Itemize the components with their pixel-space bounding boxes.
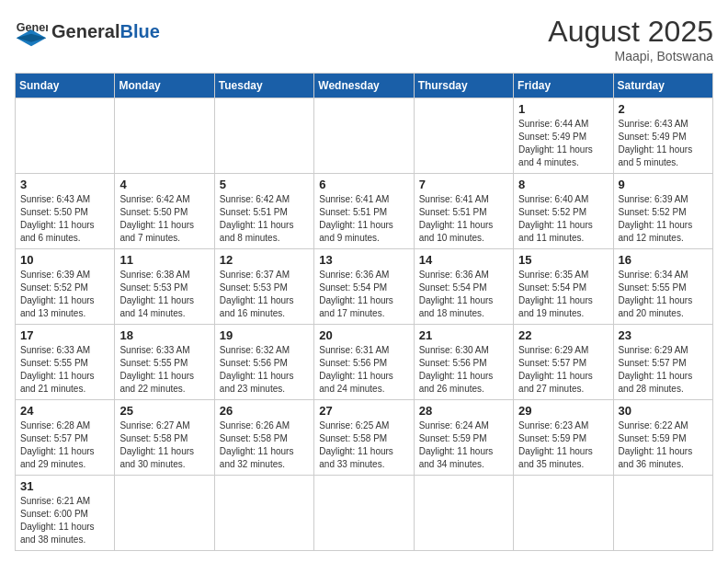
calendar-cell: 6Sunrise: 6:41 AMSunset: 5:51 PMDaylight… — [314, 174, 414, 249]
day-info: Sunrise: 6:41 AMSunset: 5:51 PMDaylight:… — [319, 193, 408, 245]
day-number: 18 — [119, 328, 209, 342]
day-info: Sunrise: 6:40 AMSunset: 5:52 PMDaylight:… — [518, 193, 608, 245]
title-block: August 2025 Maapi, Botswana — [548, 15, 713, 63]
day-info: Sunrise: 6:36 AMSunset: 5:54 PMDaylight:… — [419, 269, 508, 320]
col-friday: Friday — [514, 74, 613, 98]
day-number: 13 — [319, 253, 408, 267]
calendar-cell: 10Sunrise: 6:39 AMSunset: 5:52 PMDayligh… — [16, 249, 115, 325]
day-info: Sunrise: 6:43 AMSunset: 5:49 PMDaylight:… — [619, 118, 708, 169]
day-info: Sunrise: 6:27 AMSunset: 5:58 PMDaylight:… — [119, 419, 209, 471]
day-number: 28 — [419, 404, 508, 418]
day-number: 16 — [619, 253, 708, 267]
calendar-cell: 17Sunrise: 6:33 AMSunset: 5:55 PMDayligh… — [16, 325, 115, 400]
calendar-cell: 7Sunrise: 6:41 AMSunset: 5:51 PMDaylight… — [414, 174, 513, 249]
calendar-cell: 1Sunrise: 6:44 AMSunset: 5:49 PMDaylight… — [514, 98, 613, 174]
col-saturday: Saturday — [613, 74, 712, 98]
day-info: Sunrise: 6:29 AMSunset: 5:57 PMDaylight:… — [518, 344, 608, 396]
day-info: Sunrise: 6:42 AMSunset: 5:50 PMDaylight:… — [119, 193, 209, 245]
calendar-header-row: Sunday Monday Tuesday Wednesday Thursday… — [16, 74, 713, 98]
calendar-cell — [115, 98, 214, 174]
calendar-cell: 24Sunrise: 6:28 AMSunset: 5:57 PMDayligh… — [16, 400, 115, 476]
calendar-cell: 4Sunrise: 6:42 AMSunset: 5:50 PMDaylight… — [115, 174, 214, 249]
calendar-cell: 5Sunrise: 6:42 AMSunset: 5:51 PMDaylight… — [214, 174, 313, 249]
calendar-cell: 14Sunrise: 6:36 AMSunset: 5:54 PMDayligh… — [414, 249, 513, 325]
day-info: Sunrise: 6:22 AMSunset: 5:59 PMDaylight:… — [619, 419, 708, 471]
day-number: 2 — [619, 102, 708, 116]
svg-marker-2 — [17, 34, 46, 42]
day-number: 1 — [518, 102, 608, 116]
calendar-week-5: 31Sunrise: 6:21 AMSunset: 6:00 PMDayligh… — [16, 476, 713, 551]
day-number: 21 — [419, 328, 508, 342]
day-info: Sunrise: 6:32 AMSunset: 5:56 PMDaylight:… — [220, 344, 309, 396]
calendar-cell: 22Sunrise: 6:29 AMSunset: 5:57 PMDayligh… — [514, 325, 613, 400]
day-number: 9 — [619, 178, 708, 191]
day-number: 7 — [419, 178, 508, 191]
calendar-cell: 3Sunrise: 6:43 AMSunset: 5:50 PMDaylight… — [16, 174, 115, 249]
calendar: Sunday Monday Tuesday Wednesday Thursday… — [15, 73, 713, 551]
calendar-cell: 26Sunrise: 6:26 AMSunset: 5:58 PMDayligh… — [214, 400, 313, 476]
day-info: Sunrise: 6:34 AMSunset: 5:55 PMDaylight:… — [619, 269, 708, 320]
day-info: Sunrise: 6:36 AMSunset: 5:54 PMDaylight:… — [319, 269, 408, 320]
day-info: Sunrise: 6:33 AMSunset: 5:55 PMDaylight:… — [20, 344, 109, 396]
calendar-cell: 13Sunrise: 6:36 AMSunset: 5:54 PMDayligh… — [314, 249, 414, 325]
calendar-cell — [214, 476, 313, 551]
day-info: Sunrise: 6:23 AMSunset: 5:59 PMDaylight:… — [518, 419, 608, 471]
calendar-cell: 21Sunrise: 6:30 AMSunset: 5:56 PMDayligh… — [414, 325, 513, 400]
calendar-week-1: 3Sunrise: 6:43 AMSunset: 5:50 PMDaylight… — [16, 174, 713, 249]
calendar-cell: 9Sunrise: 6:39 AMSunset: 5:52 PMDaylight… — [613, 174, 712, 249]
calendar-cell: 8Sunrise: 6:40 AMSunset: 5:52 PMDaylight… — [514, 174, 613, 249]
calendar-cell: 19Sunrise: 6:32 AMSunset: 5:56 PMDayligh… — [214, 325, 313, 400]
calendar-cell: 15Sunrise: 6:35 AMSunset: 5:54 PMDayligh… — [514, 249, 613, 325]
day-info: Sunrise: 6:35 AMSunset: 5:54 PMDaylight:… — [518, 269, 608, 320]
day-number: 15 — [518, 253, 608, 267]
calendar-week-3: 17Sunrise: 6:33 AMSunset: 5:55 PMDayligh… — [16, 325, 713, 400]
day-info: Sunrise: 6:31 AMSunset: 5:56 PMDaylight:… — [319, 344, 408, 396]
calendar-cell — [115, 476, 214, 551]
col-wednesday: Wednesday — [314, 74, 414, 98]
calendar-cell: 28Sunrise: 6:24 AMSunset: 5:59 PMDayligh… — [414, 400, 513, 476]
logo-general: General — [51, 21, 119, 41]
calendar-cell: 12Sunrise: 6:37 AMSunset: 5:53 PMDayligh… — [214, 249, 313, 325]
day-number: 10 — [20, 253, 109, 267]
day-number: 19 — [220, 328, 309, 342]
calendar-cell: 16Sunrise: 6:34 AMSunset: 5:55 PMDayligh… — [613, 249, 712, 325]
day-info: Sunrise: 6:21 AMSunset: 6:00 PMDaylight:… — [20, 495, 109, 546]
day-number: 20 — [319, 328, 408, 342]
calendar-week-4: 24Sunrise: 6:28 AMSunset: 5:57 PMDayligh… — [16, 400, 713, 476]
day-number: 26 — [220, 404, 309, 418]
day-number: 5 — [220, 178, 309, 191]
logo-blue: Blue — [119, 21, 159, 41]
day-number: 30 — [619, 404, 708, 418]
calendar-cell — [414, 476, 513, 551]
col-thursday: Thursday — [414, 74, 513, 98]
day-number: 3 — [20, 178, 109, 191]
calendar-cell — [613, 476, 712, 551]
calendar-week-2: 10Sunrise: 6:39 AMSunset: 5:52 PMDayligh… — [16, 249, 713, 325]
col-sunday: Sunday — [16, 74, 115, 98]
calendar-cell: 31Sunrise: 6:21 AMSunset: 6:00 PMDayligh… — [16, 476, 115, 551]
day-number: 27 — [319, 404, 408, 418]
calendar-cell: 27Sunrise: 6:25 AMSunset: 5:58 PMDayligh… — [314, 400, 414, 476]
day-number: 8 — [518, 178, 608, 191]
calendar-cell — [214, 98, 313, 174]
calendar-cell — [414, 98, 513, 174]
calendar-cell: 2Sunrise: 6:43 AMSunset: 5:49 PMDaylight… — [613, 98, 712, 174]
calendar-cell — [16, 98, 115, 174]
logo: General GeneralBlue — [15, 15, 160, 48]
day-info: Sunrise: 6:24 AMSunset: 5:59 PMDaylight:… — [419, 419, 508, 471]
day-info: Sunrise: 6:26 AMSunset: 5:58 PMDaylight:… — [220, 419, 309, 471]
day-info: Sunrise: 6:38 AMSunset: 5:53 PMDaylight:… — [119, 269, 209, 320]
day-number: 22 — [518, 328, 608, 342]
col-monday: Monday — [115, 74, 214, 98]
day-info: Sunrise: 6:33 AMSunset: 5:55 PMDaylight:… — [119, 344, 209, 396]
day-info: Sunrise: 6:25 AMSunset: 5:58 PMDaylight:… — [319, 419, 408, 471]
day-number: 17 — [20, 328, 109, 342]
day-number: 29 — [518, 404, 608, 418]
day-info: Sunrise: 6:42 AMSunset: 5:51 PMDaylight:… — [220, 193, 309, 245]
day-info: Sunrise: 6:30 AMSunset: 5:56 PMDaylight:… — [419, 344, 508, 396]
calendar-cell: 25Sunrise: 6:27 AMSunset: 5:58 PMDayligh… — [115, 400, 214, 476]
day-info: Sunrise: 6:43 AMSunset: 5:50 PMDaylight:… — [20, 193, 109, 245]
day-number: 6 — [319, 178, 408, 191]
col-tuesday: Tuesday — [214, 74, 313, 98]
calendar-cell: 30Sunrise: 6:22 AMSunset: 5:59 PMDayligh… — [613, 400, 712, 476]
